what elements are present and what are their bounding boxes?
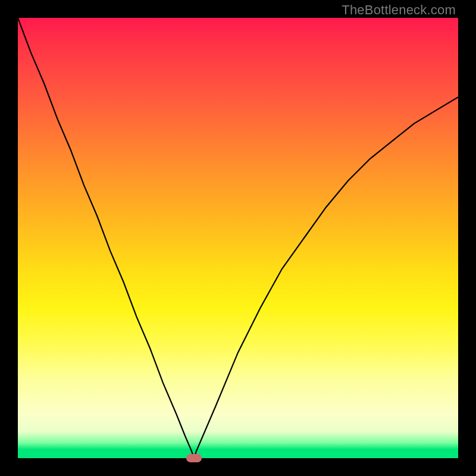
watermark-text: TheBottleneck.com — [342, 2, 456, 18]
bottleneck-curve — [18, 18, 458, 458]
chart-frame: TheBottleneck.com — [0, 0, 476, 476]
optimum-marker — [186, 454, 202, 462]
curve-line — [18, 18, 458, 458]
plot-area — [18, 18, 458, 458]
